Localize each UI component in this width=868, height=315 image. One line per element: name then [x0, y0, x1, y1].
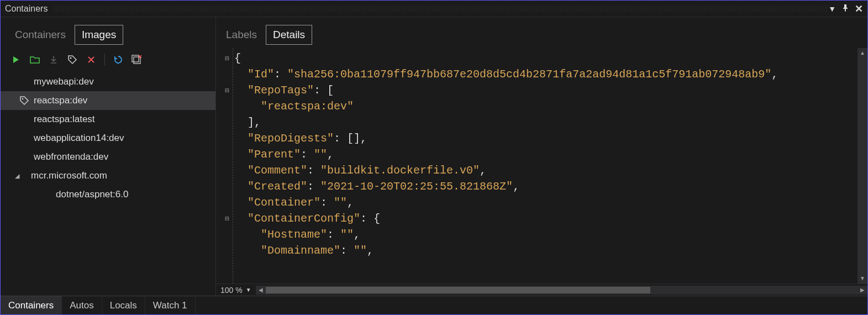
titlebar-grip[interactable] — [54, 6, 828, 12]
zoom-level[interactable]: 100 %▼ — [216, 286, 256, 295]
scroll-left-icon[interactable]: ◀ — [256, 287, 266, 293]
refresh-icon[interactable] — [113, 54, 124, 65]
image-tree: mywebapi:dev reactspa:dev reactspa:lates… — [1, 70, 215, 296]
tool-tab-watch1[interactable]: Watch 1 — [145, 296, 196, 314]
right-subtabs: Labels Details — [216, 17, 867, 48]
vertical-scrollbar[interactable]: ▲ ▼ — [858, 48, 867, 284]
tree-item[interactable]: mywebapi:dev — [1, 72, 215, 91]
fold-toggle[interactable]: ⊟ — [216, 211, 233, 227]
json-editor: ⊟ ⊟ ⊟ { "Id": "sha256:0ba11079ff947bb687… — [216, 48, 867, 284]
run-icon[interactable] — [10, 54, 22, 65]
open-folder-icon[interactable] — [29, 54, 40, 65]
tree-item-label: reactspa:dev — [34, 95, 87, 106]
pin-icon[interactable] — [841, 4, 849, 13]
tag-icon[interactable] — [67, 54, 78, 65]
json-code[interactable]: { "Id": "sha256:0ba11079ff947bb687e20d8d… — [233, 48, 858, 284]
tool-tab-locals[interactable]: Locals — [102, 296, 145, 314]
right-panel: Labels Details ⊟ ⊟ ⊟ { "Id": "sha256:0ba… — [216, 17, 867, 296]
tree-item[interactable]: reactspa:dev — [1, 91, 215, 110]
download-arrow-icon[interactable] — [48, 54, 59, 65]
scroll-up-icon[interactable]: ▲ — [858, 48, 867, 58]
tool-tab-containers[interactable]: Containers — [1, 296, 62, 314]
tab-containers[interactable]: Containers — [8, 25, 72, 44]
tree-item[interactable]: reactspa:latest — [1, 110, 215, 129]
scroll-down-icon[interactable]: ▼ — [858, 274, 867, 284]
bottom-tool-tabs: Containers Autos Locals Watch 1 — [1, 296, 867, 314]
tree-item-label: mywebapi:dev — [34, 76, 94, 87]
svg-point-3 — [22, 98, 24, 100]
window-options-dropdown-icon[interactable]: ▼ — [828, 4, 836, 13]
panel-titlebar: Containers ▼ ✕ — [1, 1, 867, 17]
delete-icon[interactable] — [86, 54, 97, 65]
tree-item[interactable]: webfrontenda:dev — [1, 148, 215, 166]
fold-gutter: ⊟ ⊟ ⊟ — [216, 48, 233, 284]
fold-toggle[interactable]: ⊟ — [216, 82, 233, 98]
scrollbar-thumb[interactable] — [266, 287, 650, 293]
tag-icon — [19, 96, 29, 106]
tree-item[interactable]: dotnet/aspnet:6.0 — [1, 185, 215, 204]
image-toolbar — [1, 50, 215, 70]
tab-details[interactable]: Details — [266, 25, 312, 45]
toolbar-separator — [104, 54, 105, 66]
prune-icon[interactable] — [131, 54, 143, 65]
svg-point-0 — [70, 57, 72, 59]
tree-item[interactable]: webapplication14:dev — [1, 129, 215, 148]
panel-title: Containers — [5, 4, 48, 14]
expander-icon[interactable]: ◢ — [15, 172, 19, 180]
editor-footer: 100 %▼ ◀ ▶ — [216, 284, 867, 296]
left-panel: Containers Images — [1, 17, 216, 296]
chevron-down-icon[interactable]: ▼ — [246, 287, 251, 293]
tree-item-label: webfrontenda:dev — [34, 151, 108, 162]
tree-item-label: dotnet/aspnet:6.0 — [56, 189, 128, 200]
tab-labels[interactable]: Labels — [219, 25, 264, 44]
tab-images[interactable]: Images — [75, 25, 123, 45]
tree-item-label: webapplication14:dev — [34, 133, 124, 144]
svg-rect-2 — [132, 55, 139, 62]
tree-item-label: reactspa:latest — [34, 114, 95, 125]
fold-toggle[interactable]: ⊟ — [216, 50, 233, 66]
tree-group[interactable]: ◢mcr.microsoft.com — [1, 166, 215, 185]
scroll-right-icon[interactable]: ▶ — [858, 287, 867, 293]
tool-tab-autos[interactable]: Autos — [62, 296, 102, 314]
tree-group-label: mcr.microsoft.com — [31, 170, 107, 181]
horizontal-scrollbar[interactable]: ◀ ▶ — [256, 286, 867, 295]
left-subtabs: Containers Images — [1, 17, 215, 50]
close-icon[interactable]: ✕ — [855, 3, 863, 15]
